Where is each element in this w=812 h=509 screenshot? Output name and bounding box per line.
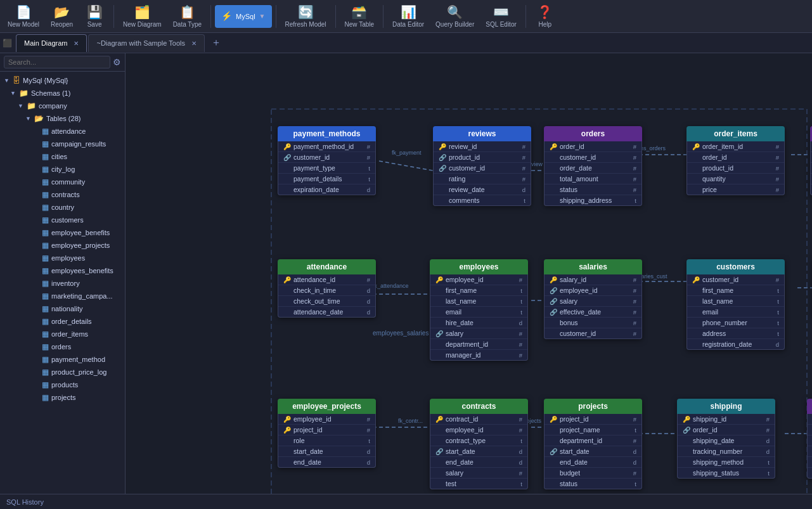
table-row: end_dated — [278, 457, 375, 467]
sidebar-item-payment-method[interactable]: ▦ payment_method — [0, 353, 125, 366]
field-name: shipping_id — [693, 415, 764, 423]
diagram-icon: ⬛ — [3, 39, 12, 48]
table-row: phone_numbert — [808, 457, 812, 468]
table-projects[interactable]: projects🔑project_id#project_nametdepartm… — [544, 399, 642, 489]
field-name: department_id — [560, 437, 631, 444]
tab-main-diagram[interactable]: Main Diagram ✕ — [16, 34, 87, 52]
table-reviews[interactable]: reviews🔑review_id#🔗product_id#🔗customer_… — [433, 126, 531, 206]
sidebar-item-tables[interactable]: ▼ 📂 Tables (28) — [0, 112, 125, 125]
data-type-button[interactable]: 📋 Data Type — [168, 2, 207, 31]
data-editor-icon: 📊 — [401, 4, 416, 20]
company-icon: 📁 — [27, 101, 36, 110]
field-name: manager_id — [446, 351, 517, 359]
table-header-customers: customers — [686, 259, 785, 274]
table-row: emailt — [687, 307, 784, 318]
sidebar-item-employees-benefits[interactable]: ▦ employees_benefits — [0, 264, 125, 277]
help-button[interactable]: ❓ Help — [530, 2, 560, 31]
table-orders[interactable]: orders🔑order_id#customer_id#order_date#t… — [544, 126, 642, 206]
pk-icon: 🔑 — [692, 143, 700, 150]
table-row: 🔑employee_id# — [278, 414, 375, 425]
table-shipping[interactable]: shipping🔑shipping_id#🔗order_id#shipping_… — [677, 399, 775, 479]
sidebar-item-cities[interactable]: ▦ cities — [0, 150, 125, 163]
mysql-button[interactable]: ⚡ MySql ▼ — [215, 5, 271, 28]
sidebar-order-items-label: order_items — [51, 330, 88, 338]
field-name: project_id — [560, 415, 631, 423]
refresh-model-button[interactable]: 🔄 Refresh Model — [280, 2, 332, 31]
field-type: t — [768, 470, 770, 477]
sidebar-item-order-items[interactable]: ▦ order_items — [0, 328, 125, 340]
table-order_items[interactable]: order_items🔑order_item_id#order_id#produ… — [686, 126, 785, 195]
table-salaries[interactable]: salaries🔑salary_id#🔗employee_id#🔗salary#… — [544, 259, 642, 339]
sidebar-item-schemas[interactable]: ▼ 📁 Schemas (1) — [0, 87, 125, 100]
save-button[interactable]: 💾 Save — [79, 2, 110, 31]
gear-icon[interactable]: ⚙ — [113, 57, 121, 67]
table-icon: ▦ — [42, 254, 49, 262]
sidebar-item-marketing[interactable]: ▦ marketing_campa... — [0, 290, 125, 302]
table-suppliers[interactable]: suppliers🔑supplier_id#supplier_nametcont… — [807, 399, 812, 479]
svg-text:fk_contr...: fk_contr... — [398, 418, 423, 424]
table-contracts[interactable]: contracts🔑contract_id#employee_id#contra… — [430, 399, 528, 489]
sql-editor-button[interactable]: ⌨️ SQL Editor — [480, 2, 522, 31]
table-employee_projects[interactable]: employee_projects🔑employee_id#🔑project_i… — [278, 399, 376, 468]
search-input[interactable] — [4, 56, 110, 68]
diagram-canvas[interactable]: employees_salaries fk_payment fk_review … — [126, 53, 812, 494]
table-customers[interactable]: customers🔑customer_id#first_nametlast_na… — [686, 259, 785, 350]
sidebar-item-product-price-log[interactable]: ▦ product_price_log — [0, 366, 125, 378]
data-editor-button[interactable]: 📊 Data Editor — [387, 2, 429, 31]
sidebar-item-employee-benefits[interactable]: ▦ employee_benefits — [0, 226, 125, 239]
table-row: 🔑employee_id# — [430, 274, 527, 285]
sidebar-company-label: company — [39, 102, 67, 110]
sidebar-employees-label: employees — [51, 254, 85, 262]
table-row: expiration_dated — [278, 184, 375, 195]
field-type: d — [633, 448, 636, 455]
tab-sample-tools-close[interactable]: ✕ — [191, 40, 197, 47]
table-employees[interactable]: employees🔑employee_id#first_nametlast_na… — [430, 259, 528, 361]
field-type: d — [367, 448, 370, 455]
table-header-salaries: salaries — [544, 259, 642, 274]
add-tab-button[interactable]: ＋ — [206, 36, 226, 49]
new-diagram-button[interactable]: 🗂️ New Diagram — [118, 2, 167, 31]
table-row: 🔗customer_id# — [278, 152, 375, 163]
statusbar-label: SQL History — [6, 498, 44, 506]
table-row: 🔑attendance_id# — [278, 274, 375, 285]
field-type: # — [522, 165, 525, 172]
field-type: # — [633, 437, 636, 444]
field-name: phone_number — [702, 319, 775, 326]
field-name: contract_type — [446, 437, 518, 444]
table-attendance[interactable]: attendance🔑attendance_id#check_in_timedc… — [278, 259, 376, 318]
sidebar-item-contracts[interactable]: ▦ contracts — [0, 188, 125, 201]
table-row: statust — [545, 479, 641, 489]
table-row: budget# — [545, 468, 641, 479]
table-payment_methods[interactable]: payment_methods🔑payment_method_id#🔗custo… — [278, 126, 376, 195]
sidebar-item-attendance[interactable]: ▦ attendance — [0, 125, 125, 138]
table-row: end_dated — [545, 457, 641, 468]
field-name: quantity — [702, 175, 773, 183]
query-builder-button[interactable]: 🔍 Query Builder — [430, 2, 479, 31]
sidebar-item-order-details[interactable]: ▦ order_details — [0, 315, 125, 328]
reopen-button[interactable]: 📂 Reopen — [46, 2, 78, 31]
table-body-salaries: 🔑salary_id#🔗employee_id#🔗salary#🔗effecti… — [544, 274, 642, 339]
field-name: address — [702, 330, 775, 337]
tab-main-diagram-close[interactable]: ✕ — [74, 40, 79, 47]
field-type: # — [776, 186, 779, 193]
sidebar-item-country[interactable]: ▦ country — [0, 201, 125, 214]
sidebar-item-orders[interactable]: ▦ orders — [0, 340, 125, 353]
sidebar-item-employee-projects[interactable]: ▦ employee_projects — [0, 239, 125, 252]
tab-sample-tools[interactable]: ~Diagram with Sample Tools ✕ — [88, 34, 205, 52]
sidebar-item-community[interactable]: ▦ community — [0, 176, 125, 188]
sidebar-item-campaign-results[interactable]: ▦ campaign_results — [0, 138, 125, 150]
sidebar-item-nationality[interactable]: ▦ nationality — [0, 302, 125, 315]
new-table-button[interactable]: 🗃️ New Table — [340, 2, 380, 31]
table-row: end_dated — [430, 457, 527, 468]
new-model-button[interactable]: 📄 New Model — [3, 2, 44, 31]
sidebar-item-customers[interactable]: ▦ customers — [0, 214, 125, 226]
sidebar-item-city-log[interactable]: ▦ city_log — [0, 163, 125, 176]
sidebar-item-projects[interactable]: ▦ projects — [0, 391, 125, 404]
field-name: salary — [560, 297, 631, 305]
sidebar-item-employees[interactable]: ▦ employees — [0, 252, 125, 264]
sidebar-item-mysql[interactable]: ▼ 🗄 MySql {MySql} — [0, 74, 125, 87]
sidebar-item-company[interactable]: ▼ 📁 company — [0, 100, 125, 112]
sidebar-item-inventory[interactable]: ▦ inventory — [0, 277, 125, 290]
sidebar-item-products[interactable]: ▦ products — [0, 378, 125, 391]
pk-icon: 🔑 — [683, 416, 690, 423]
